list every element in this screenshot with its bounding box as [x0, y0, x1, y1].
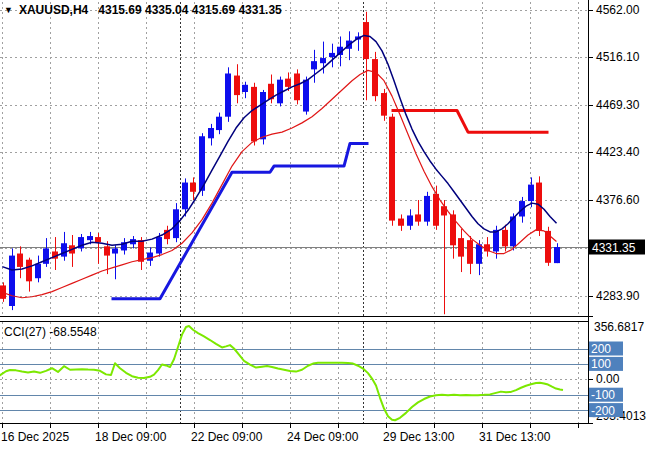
- candle-body: [528, 185, 534, 201]
- candle-body: [87, 236, 93, 240]
- candle-body: [251, 87, 257, 142]
- cci-zero-label: 0.00: [596, 372, 620, 386]
- candle-body: [61, 243, 67, 256]
- price-axis-label: 4423.40: [596, 145, 640, 159]
- candle-body: [363, 22, 369, 59]
- candle-body: [476, 244, 482, 264]
- candle-body: [398, 219, 404, 226]
- candle-body: [208, 128, 214, 138]
- cci-level-badge-text: 100: [591, 357, 611, 371]
- candle-body: [467, 240, 473, 264]
- price-axis-label: 4516.10: [596, 50, 640, 64]
- bid-price-badge-text: 4331.35: [592, 241, 636, 255]
- candle-body: [9, 256, 15, 306]
- candle-body: [381, 93, 387, 116]
- price-axis-label: 4283.90: [596, 289, 640, 303]
- candle-body: [234, 76, 240, 96]
- candle-body: [441, 206, 447, 215]
- candle-body: [190, 183, 196, 192]
- candle-body: [138, 240, 144, 262]
- candle-body: [450, 214, 456, 245]
- candle-body: [285, 79, 291, 87]
- candle-body: [216, 117, 222, 130]
- candle-body: [35, 264, 41, 278]
- candle-body: [104, 246, 110, 255]
- candle-body: [502, 230, 508, 246]
- time-axis-label: 31 Dec 13:00: [479, 430, 551, 444]
- candle-body: [554, 247, 560, 263]
- cci-level-badge-text: -200: [591, 404, 615, 418]
- price-axis-label: 4376.60: [596, 193, 640, 207]
- cci-max-label: 356.6817: [594, 320, 644, 334]
- time-axis-label: 16 Dec 2025: [1, 430, 69, 444]
- chart-title: ▼ XAUUSD,H4 4315.69 4335.04 4315.69 4331…: [4, 3, 282, 17]
- candle-body: [433, 194, 439, 226]
- candle-body: [17, 254, 23, 267]
- candle-body: [260, 92, 266, 139]
- candle-body: [320, 58, 326, 63]
- candle-body: [424, 196, 430, 222]
- candle-body: [112, 248, 118, 253]
- candle-body: [415, 214, 421, 221]
- cci-level-badge-text: -100: [591, 388, 615, 402]
- candle-body: [303, 80, 309, 112]
- price-axis-label: 4469.30: [596, 98, 640, 112]
- candle-body: [311, 61, 317, 69]
- chart-canvas[interactable]: 4562.004516.104469.304423.404376.604283.…: [0, 0, 660, 450]
- time-axis-label: 24 Dec 09:00: [287, 430, 359, 444]
- candle-body: [26, 260, 32, 282]
- mt4-chart-window: 4562.004516.104469.304423.404376.604283.…: [0, 0, 660, 450]
- candle-body: [493, 230, 499, 252]
- candle-body: [147, 253, 153, 261]
- time-axis-label: 18 Dec 09:00: [95, 430, 167, 444]
- candle-body: [156, 237, 162, 253]
- symbol-period-label: XAUUSD,H4: [19, 3, 88, 17]
- candle-body: [95, 237, 101, 242]
- candle-body: [407, 215, 413, 225]
- cci-level-badge-text: 200: [591, 342, 611, 356]
- candle-body: [182, 183, 188, 210]
- candle-body: [389, 117, 395, 221]
- time-axis-label: 29 Dec 13:00: [383, 430, 455, 444]
- candle-body: [225, 73, 231, 116]
- candle-body: [372, 59, 378, 96]
- price-axis-label: 4562.00: [596, 3, 640, 17]
- candle-body: [199, 136, 205, 191]
- time-axis-label: 22 Dec 09:00: [191, 430, 263, 444]
- candle-body: [294, 73, 300, 100]
- ohlc-values: 4315.69 4335.04 4315.69 4331.35: [98, 3, 282, 17]
- candle-body: [458, 238, 464, 257]
- candle-body: [329, 53, 335, 57]
- candle-body: [242, 85, 248, 92]
- indicator-label: CCI(27) -68.5548: [4, 325, 97, 339]
- symbol-dropdown-icon[interactable]: ▼: [4, 5, 13, 15]
